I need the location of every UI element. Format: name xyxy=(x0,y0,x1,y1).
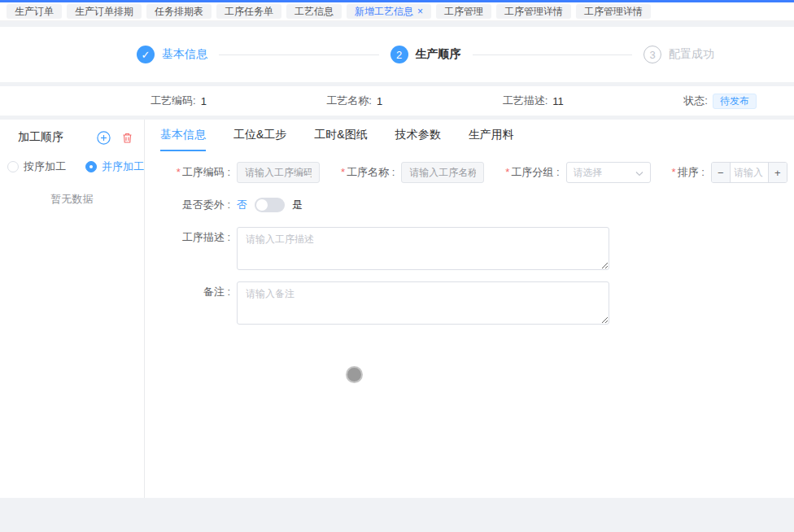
form-row-outsource: 是否委外 : 否 是 xyxy=(145,194,794,216)
step-connector xyxy=(219,55,379,55)
tab-basic-info[interactable]: 基本信息 xyxy=(160,128,206,151)
top-tab-task-schedule-table[interactable]: 任务排期表 xyxy=(146,4,212,19)
top-tab-production-order-schedule[interactable]: 生产订单排期 xyxy=(67,4,142,19)
top-tab-operation-detail-2[interactable]: 工序管理详情 xyxy=(576,4,651,19)
panel-actions xyxy=(97,131,133,145)
loading-indicator xyxy=(346,366,363,383)
top-tab-process-info[interactable]: 工艺信息 xyxy=(286,4,342,19)
form-row-remark: 备注 : xyxy=(145,281,794,325)
operation-code-label: *工序编码 : xyxy=(145,162,230,183)
radio-sequential[interactable]: 按序加工 xyxy=(7,159,66,174)
operation-code-input[interactable] xyxy=(237,162,320,183)
panel-header: 加工顺序 xyxy=(0,130,144,145)
close-icon[interactable]: × xyxy=(417,7,423,16)
top-tab-process-task-sheet[interactable]: 工序任务单 xyxy=(216,4,281,19)
operation-name-label: *工序名称 : xyxy=(341,162,395,183)
tab-technical-params[interactable]: 技术参数 xyxy=(395,128,441,151)
outsource-toggle[interactable] xyxy=(255,198,285,212)
operation-description-label: 工序描述 : xyxy=(145,227,230,248)
sort-stepper: − + xyxy=(711,162,787,183)
remark-label: 备注 : xyxy=(145,281,230,303)
top-tab-operation-management[interactable]: 工序管理 xyxy=(436,4,491,19)
chevron-down-icon xyxy=(635,165,643,180)
trash-icon[interactable] xyxy=(121,132,133,144)
footer-space xyxy=(0,498,794,532)
form-tabs: 基本信息 工位&工步 工时&图纸 技术参数 生产用料 xyxy=(145,128,794,151)
toggle-knob xyxy=(256,199,268,211)
step-config-success: 3 配置成功 xyxy=(643,46,714,63)
status-badge: 待发布 xyxy=(713,94,757,109)
tab-station-steps[interactable]: 工位&工步 xyxy=(233,128,286,151)
stepper-card: ✓ 基本信息 2 生产顺序 3 配置成功 xyxy=(0,27,794,82)
empty-state-text: 暂无数据 xyxy=(0,192,144,207)
remark-textarea[interactable] xyxy=(237,281,609,325)
stepper: ✓ 基本信息 2 生产顺序 3 配置成功 xyxy=(137,46,714,63)
tab-worktime-drawings[interactable]: 工时&图纸 xyxy=(314,128,367,151)
sort-label: *排序 : xyxy=(672,162,705,183)
process-name: 工艺名称: 1 xyxy=(326,94,382,108)
processing-mode-radios: 按序加工 并序加工 xyxy=(0,159,144,174)
operation-name-input[interactable] xyxy=(401,162,484,183)
form-row-description: 工序描述 : xyxy=(145,227,794,270)
decrement-button[interactable]: − xyxy=(712,163,731,182)
outsource-label: 是否委外 : xyxy=(145,194,230,216)
basic-info-form: *工序编码 : *工序名称 : *工序分组 : 请选择 *排序 : − xyxy=(145,162,794,325)
check-icon: ✓ xyxy=(137,46,155,63)
top-tab-production-order[interactable]: 生产订单 xyxy=(7,4,62,19)
processing-order-panel: 加工顺序 按序加工 并序加工 xyxy=(0,120,145,498)
operation-description-textarea[interactable] xyxy=(237,227,609,270)
outsource-no-label: 否 xyxy=(237,198,247,212)
radio-icon xyxy=(85,161,97,172)
step-label: 基本信息 xyxy=(162,47,207,62)
main-content: 加工顺序 按序加工 并序加工 xyxy=(0,120,794,498)
step-production-sequence: 2 生产顺序 xyxy=(390,46,461,63)
operation-group-label: *工序分组 : xyxy=(505,162,559,183)
step-number: 3 xyxy=(643,46,661,63)
spacer xyxy=(0,21,794,27)
circle-plus-icon[interactable] xyxy=(97,131,111,145)
top-tab-operation-detail-1[interactable]: 工序管理详情 xyxy=(496,4,571,19)
step-label: 配置成功 xyxy=(669,47,714,62)
process-status: 状态: 待发布 xyxy=(683,94,757,109)
sort-input[interactable] xyxy=(731,163,768,182)
panel-title: 加工顺序 xyxy=(18,130,63,145)
top-tab-bar: 生产订单 生产订单排期 任务排期表 工序任务单 工艺信息 新增工艺信息 × 工序… xyxy=(0,2,794,21)
outsource-yes-label: 是 xyxy=(292,198,303,212)
radio-parallel[interactable]: 并序加工 xyxy=(85,159,144,174)
step-number: 2 xyxy=(390,46,408,63)
increment-button[interactable]: + xyxy=(768,163,787,182)
step-connector xyxy=(473,55,633,55)
radio-icon xyxy=(7,161,19,172)
process-code: 工艺编码: 1 xyxy=(151,94,207,108)
outsource-switch-group: 否 是 xyxy=(237,198,303,212)
operation-group-select[interactable]: 请选择 xyxy=(566,162,651,183)
operation-form-area: 基本信息 工位&工步 工时&图纸 技术参数 生产用料 *工序编码 : *工序名称… xyxy=(145,120,794,498)
page: 生产订单 生产订单排期 任务排期表 工序任务单 工艺信息 新增工艺信息 × 工序… xyxy=(0,0,794,532)
top-tab-new-process-info[interactable]: 新增工艺信息 × xyxy=(347,4,431,19)
step-label: 生产顺序 xyxy=(416,47,461,62)
step-basic-info: ✓ 基本信息 xyxy=(137,46,207,63)
process-description: 工艺描述: 11 xyxy=(503,94,564,108)
tab-production-materials[interactable]: 生产用料 xyxy=(469,128,514,151)
process-info-bar: 工艺编码: 1 工艺名称: 1 工艺描述: 11 状态: 待发布 xyxy=(0,86,794,116)
form-row-1: *工序编码 : *工序名称 : *工序分组 : 请选择 *排序 : − xyxy=(145,162,794,183)
